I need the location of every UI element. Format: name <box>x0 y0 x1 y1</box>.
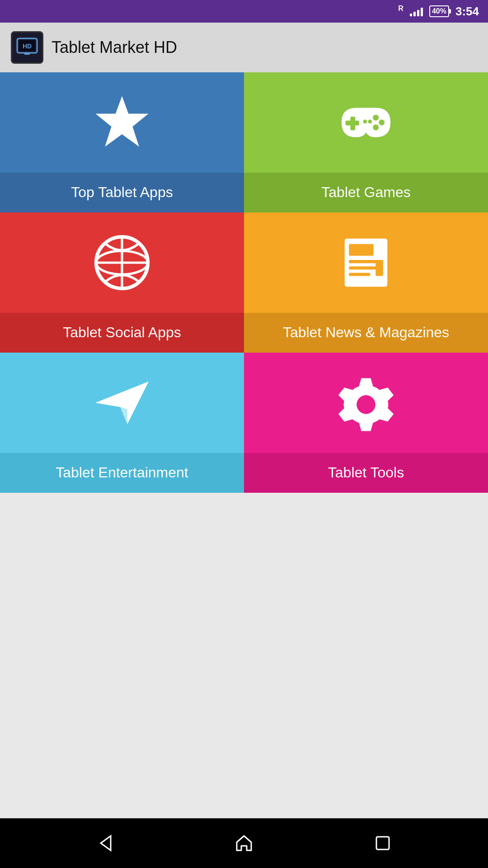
tablet-news-label-area: Tablet News & Magazines <box>244 313 488 353</box>
category-grid: Top Tablet Apps Tablet Games <box>0 72 488 493</box>
tablet-tools-cell[interactable]: Tablet Tools <box>244 353 488 493</box>
svg-point-11 <box>368 120 372 124</box>
svg-marker-23 <box>120 407 127 424</box>
svg-marker-4 <box>96 96 149 147</box>
svg-rect-3 <box>24 53 30 55</box>
tablet-news-label: Tablet News & Magazines <box>283 323 449 342</box>
tablet-tools-icon-area <box>244 353 488 453</box>
svg-rect-6 <box>346 121 359 126</box>
gear-icon <box>337 373 395 432</box>
globe-icon <box>93 233 151 292</box>
bottom-spacer <box>0 493 488 818</box>
status-time: 3:54 <box>455 5 479 19</box>
tablet-news-icon-area <box>244 212 488 313</box>
svg-rect-26 <box>376 837 389 849</box>
svg-point-24 <box>357 395 375 414</box>
svg-point-9 <box>373 124 379 130</box>
tablet-social-icon-area <box>0 212 244 313</box>
nav-bar <box>0 818 488 868</box>
app-title: Tablet Market HD <box>52 38 177 57</box>
tablet-entertainment-label: Tablet Entertainment <box>56 463 188 482</box>
svg-marker-22 <box>95 382 149 425</box>
paper-plane-icon <box>93 373 151 432</box>
svg-rect-20 <box>349 273 370 276</box>
top-tablet-apps-label: Top Tablet Apps <box>71 183 173 202</box>
tablet-tools-label-area: Tablet Tools <box>244 453 488 493</box>
back-button[interactable] <box>92 830 119 857</box>
app-logo-text: HD <box>16 36 38 59</box>
tablet-social-apps-label: Tablet Social Apps <box>63 323 181 342</box>
tablet-tools-label: Tablet Tools <box>328 463 404 482</box>
gamepad-icon <box>337 93 395 152</box>
tablet-games-label: Tablet Games <box>321 183 410 202</box>
home-button[interactable] <box>230 830 258 857</box>
app-header: HD Tablet Market HD <box>0 23 488 72</box>
tablet-games-label-area: Tablet Games <box>244 173 488 212</box>
recent-apps-button[interactable] <box>369 830 396 857</box>
tablet-games-icon-area <box>244 72 488 173</box>
r-indicator: R <box>398 5 404 13</box>
tablet-social-apps-label-area: Tablet Social Apps <box>0 313 244 353</box>
tablet-entertainment-cell[interactable]: Tablet Entertainment <box>0 353 244 493</box>
battery-indicator: 40% <box>429 5 449 17</box>
top-tablet-apps-label-area: Top Tablet Apps <box>0 173 244 212</box>
tablet-news-cell[interactable]: Tablet News & Magazines <box>244 212 488 353</box>
tablet-games-cell[interactable]: Tablet Games <box>244 72 488 212</box>
svg-rect-21 <box>375 260 383 276</box>
svg-point-7 <box>373 115 379 121</box>
signal-icon <box>410 6 423 16</box>
top-tablet-apps-icon-area <box>0 72 244 173</box>
svg-marker-25 <box>101 836 111 850</box>
tablet-entertainment-label-area: Tablet Entertainment <box>0 453 244 493</box>
top-tablet-apps-cell[interactable]: Top Tablet Apps <box>0 72 244 212</box>
svg-point-10 <box>363 120 367 124</box>
svg-rect-17 <box>349 244 373 256</box>
app-logo: HD <box>11 31 43 64</box>
tablet-entertainment-icon-area <box>0 353 244 453</box>
tablet-social-apps-cell[interactable]: Tablet Social Apps <box>0 212 244 353</box>
newspaper-icon <box>337 233 395 292</box>
svg-point-8 <box>379 120 385 126</box>
status-bar: R 40% 3:54 <box>0 0 488 23</box>
svg-text:HD: HD <box>23 42 32 50</box>
star-icon <box>93 93 151 152</box>
